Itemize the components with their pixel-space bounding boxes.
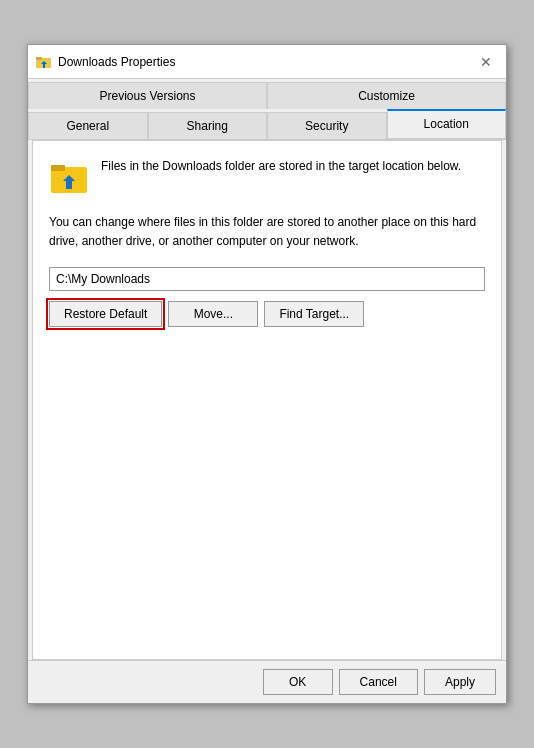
folder-download-icon [49,157,89,197]
title-bar-left: Downloads Properties [36,54,175,70]
folder-icon-wrap [49,157,89,197]
cancel-button[interactable]: Cancel [339,669,418,695]
bottom-tab-row: General Sharing Security Location [28,109,506,140]
tab-sharing[interactable]: Sharing [148,112,268,139]
svg-rect-6 [51,165,65,171]
action-buttons-row: Restore Default Move... Find Target... [49,301,485,327]
footer: OK Cancel Apply [28,660,506,703]
path-input[interactable] [49,267,485,291]
description-section: You can change where files in this folde… [49,213,485,251]
tab-location[interactable]: Location [387,109,507,138]
window-title: Downloads Properties [58,55,175,69]
info-section: Files in the Downloads folder are stored… [49,157,485,197]
move-button[interactable]: Move... [168,301,258,327]
ok-button[interactable]: OK [263,669,333,695]
restore-default-button[interactable]: Restore Default [49,301,162,327]
close-button[interactable]: ✕ [474,50,498,74]
title-folder-icon [36,54,52,70]
main-window: Downloads Properties ✕ Previous Versions… [27,44,507,704]
tab-general[interactable]: General [28,112,148,139]
info-text: Files in the Downloads folder are stored… [101,157,461,175]
title-bar: Downloads Properties ✕ [28,45,506,79]
tab-customize[interactable]: Customize [267,82,506,109]
find-target-button[interactable]: Find Target... [264,301,364,327]
content-area: Files in the Downloads folder are stored… [32,140,502,660]
tab-previous-versions[interactable]: Previous Versions [28,82,267,109]
apply-button[interactable]: Apply [424,669,496,695]
top-tab-row: Previous Versions Customize [28,79,506,109]
svg-rect-2 [36,57,42,60]
tab-security[interactable]: Security [267,112,387,139]
